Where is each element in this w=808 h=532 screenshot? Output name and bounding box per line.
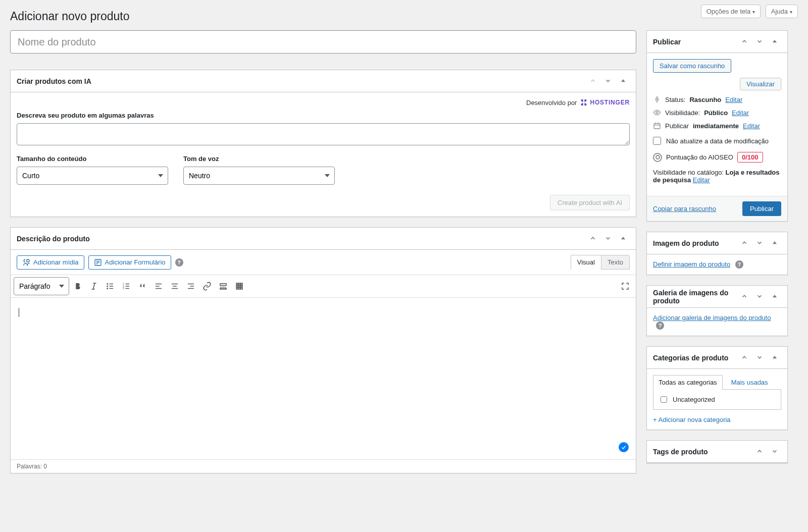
svg-rect-31 <box>220 288 226 289</box>
add-form-button[interactable]: Adicionar Formulário <box>88 255 171 270</box>
catalog-visibility-label: Visibilidade no catálogo: <box>653 169 724 176</box>
publish-date-label: Publicar <box>665 122 689 130</box>
add-form-label: Adicionar Formulário <box>105 258 166 266</box>
visibility-value: Público <box>704 109 728 117</box>
panel-move-up-button <box>586 75 599 87</box>
align-left-button[interactable] <box>151 279 166 294</box>
hostinger-logo: HOSTINGER <box>580 98 630 107</box>
panel-move-up-button[interactable] <box>586 233 599 245</box>
visibility-edit-link[interactable]: Editar <box>732 109 749 117</box>
add-media-button[interactable]: Adicionar mídia <box>17 255 84 270</box>
align-center-button[interactable] <box>167 279 182 294</box>
tab-visual[interactable]: Visual <box>571 255 601 270</box>
panel-move-up-button[interactable] <box>738 291 751 303</box>
panel-move-up-button[interactable] <box>738 352 751 364</box>
aioseo-label: Pontuação do AIOSEO <box>666 153 733 161</box>
svg-point-9 <box>107 286 108 287</box>
svg-rect-35 <box>236 286 238 287</box>
panel-move-up-button[interactable] <box>753 446 766 458</box>
calendar-icon <box>653 122 661 130</box>
editor-check-badge[interactable] <box>619 442 629 452</box>
bold-button[interactable] <box>70 279 85 294</box>
product-categories-title: Categorias de produto <box>653 354 728 362</box>
ai-create-panel: Criar produtos com IA Desenvolvido por H… <box>10 70 636 217</box>
help-icon[interactable]: ? <box>656 322 664 330</box>
svg-rect-33 <box>239 283 240 285</box>
save-draft-button[interactable]: Salvar como rascunho <box>653 59 731 73</box>
help-icon[interactable]: ? <box>735 260 743 269</box>
content-length-select[interactable]: Curto <box>17 167 168 185</box>
toolbar-toggle-button[interactable] <box>232 279 247 294</box>
powered-by-label: Desenvolvido por HOSTINGER <box>17 98 630 107</box>
panel-move-down-button[interactable] <box>753 291 766 303</box>
aioseo-score-badge: 0/100 <box>737 152 763 163</box>
help-label: Ajuda <box>771 8 788 15</box>
tab-most-used[interactable]: Mais usadas <box>726 375 774 390</box>
page-title: Adicionar novo produto <box>1 5 798 25</box>
status-edit-link[interactable]: Editar <box>725 96 742 103</box>
editor-word-count: Palavras: 0 <box>11 459 636 473</box>
screen-options-button[interactable]: Opções de tela <box>701 5 761 18</box>
editor-content-area[interactable] <box>11 298 636 459</box>
add-category-link[interactable]: + Adicionar nova categoria <box>653 416 731 423</box>
add-gallery-link[interactable]: Adicionar galeria de imagens do produto <box>653 314 771 322</box>
add-media-label: Adicionar mídia <box>33 258 79 266</box>
no-update-date-checkbox[interactable] <box>653 137 661 145</box>
publish-button[interactable]: Publicar <box>742 201 781 216</box>
svg-rect-38 <box>236 288 238 289</box>
fullscreen-button[interactable] <box>618 279 633 294</box>
format-select[interactable]: Parágrafo <box>14 277 69 295</box>
panel-toggle-button[interactable] <box>768 352 781 364</box>
svg-point-41 <box>656 112 658 114</box>
numbered-list-button[interactable]: 123 <box>119 279 134 294</box>
tab-text[interactable]: Texto <box>601 255 630 270</box>
panel-move-down-button[interactable] <box>753 352 766 364</box>
insert-more-button[interactable] <box>216 279 231 294</box>
catalog-edit-link[interactable]: Editar <box>693 176 710 184</box>
tone-label: Tom de voz <box>183 155 335 163</box>
product-title-input[interactable] <box>10 30 636 54</box>
blockquote-button[interactable] <box>135 279 150 294</box>
svg-point-10 <box>107 288 108 289</box>
product-gallery-title: Galeria de imagens do produto <box>653 289 729 305</box>
panel-move-up-button[interactable] <box>738 36 751 48</box>
link-button[interactable] <box>199 279 215 294</box>
tone-select[interactable]: Neutro <box>183 167 335 185</box>
pin-icon <box>653 95 661 103</box>
product-description-title: Descrição do produto <box>17 235 90 243</box>
italic-button[interactable] <box>86 279 102 294</box>
panel-toggle-button[interactable] <box>617 75 630 87</box>
svg-rect-42 <box>654 123 660 129</box>
category-checkbox[interactable] <box>661 396 667 403</box>
ai-describe-textarea[interactable] <box>17 123 630 145</box>
tab-all-categories[interactable]: Todas as categorias <box>653 375 723 390</box>
help-button[interactable]: Ajuda <box>766 5 798 18</box>
publish-panel: Publicar Salvar como rascunho Visualizar… <box>646 30 788 222</box>
align-right-button[interactable] <box>183 279 198 294</box>
panel-move-down-button[interactable] <box>601 75 615 87</box>
panel-toggle-button[interactable] <box>768 291 781 303</box>
publish-title: Publicar <box>653 38 681 46</box>
create-with-ai-button: Create product with AI <box>550 195 630 210</box>
publish-date-edit-link[interactable]: Editar <box>743 122 760 130</box>
bullet-list-button[interactable] <box>103 279 118 294</box>
preview-button[interactable]: Visualizar <box>740 78 781 90</box>
copy-to-draft-link[interactable]: Copiar para rascunho <box>653 205 716 212</box>
panel-toggle-button[interactable] <box>617 233 630 245</box>
panel-move-down-button[interactable] <box>601 233 615 245</box>
panel-move-down-button[interactable] <box>768 446 781 458</box>
svg-rect-39 <box>239 288 240 289</box>
set-product-image-link[interactable]: Definir imagem do produto <box>653 260 730 268</box>
svg-rect-34 <box>241 283 242 285</box>
product-image-panel: Imagem do produto Definir imagem do prod… <box>646 232 788 275</box>
content-length-label: Tamanho do conteúdo <box>17 155 168 163</box>
panel-toggle-button[interactable] <box>768 36 781 48</box>
panel-move-up-button[interactable] <box>738 237 751 249</box>
svg-rect-32 <box>236 283 238 285</box>
panel-move-down-button[interactable] <box>753 237 766 249</box>
product-tags-title: Tags de produto <box>653 448 708 456</box>
panel-move-down-button[interactable] <box>753 36 766 48</box>
help-icon[interactable]: ? <box>175 258 183 267</box>
panel-toggle-button[interactable] <box>768 237 781 249</box>
editor-cursor <box>19 308 19 317</box>
